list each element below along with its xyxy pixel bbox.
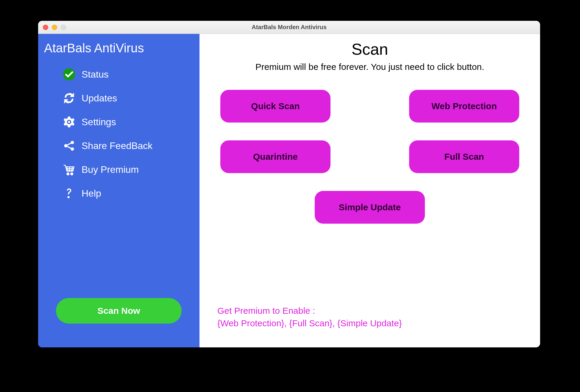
- svg-point-13: [68, 196, 70, 198]
- svg-line-4: [67, 143, 71, 145]
- sidebar-item-updates[interactable]: Updates: [38, 86, 199, 110]
- window-title: AtarBals Morden Antivirus: [38, 24, 540, 31]
- svg-line-6: [67, 167, 68, 171]
- sidebar-item-label: Share FeedBack: [82, 140, 152, 151]
- svg-point-12: [71, 173, 73, 175]
- svg-line-5: [67, 146, 71, 148]
- minimize-window-button[interactable]: [52, 25, 57, 30]
- question-icon: [62, 186, 76, 200]
- window-controls: [43, 25, 66, 30]
- sidebar: AtarBals AntiVirus Status Updates Settin…: [38, 34, 199, 347]
- gear-icon: [62, 115, 76, 129]
- simple-update-button[interactable]: Simple Update: [315, 191, 425, 224]
- svg-point-11: [67, 173, 69, 175]
- sidebar-item-status[interactable]: Status: [38, 62, 199, 86]
- refresh-icon: [62, 91, 76, 105]
- button-row-2: Quarintine Full Scan: [217, 140, 522, 173]
- app-title: AtarBals AntiVirus: [38, 39, 199, 62]
- check-circle-icon: [62, 67, 76, 81]
- web-protection-button[interactable]: Web Protection: [409, 90, 519, 123]
- sidebar-item-label: Updates: [82, 93, 117, 104]
- cart-icon: [62, 162, 76, 177]
- svg-line-8: [72, 167, 72, 171]
- content-area: AtarBals AntiVirus Status Updates Settin…: [38, 34, 540, 347]
- premium-note-line-1: Get Premium to Enable :: [217, 305, 522, 317]
- page-title: Scan: [217, 40, 522, 58]
- page-subtitle: Premium will be free forever. You just n…: [217, 62, 522, 72]
- scan-now-container: Scan Now: [38, 288, 199, 343]
- sidebar-item-label: Status: [82, 69, 109, 80]
- button-row-3: Simple Update: [217, 191, 522, 224]
- close-window-button[interactable]: [43, 25, 48, 30]
- quick-scan-button[interactable]: Quick Scan: [220, 90, 330, 123]
- scan-now-button[interactable]: Scan Now: [56, 298, 182, 324]
- maximize-window-button[interactable]: [61, 25, 66, 30]
- titlebar[interactable]: AtarBals Morden Antivirus: [38, 21, 540, 34]
- sidebar-item-label: Help: [82, 188, 101, 199]
- sidebar-item-settings[interactable]: Settings: [38, 110, 199, 134]
- app-window: AtarBals Morden Antivirus AtarBals AntiV…: [38, 21, 540, 347]
- premium-note-line-2: {Web Protection}, {Full Scan}, {Simple U…: [217, 317, 522, 330]
- premium-note: Get Premium to Enable : {Web Protection}…: [217, 305, 522, 335]
- button-row-1: Quick Scan Web Protection: [217, 90, 522, 123]
- sidebar-item-label: Settings: [82, 117, 116, 128]
- sidebar-item-buy-premium[interactable]: Buy Premium: [38, 158, 199, 181]
- share-icon: [62, 139, 76, 153]
- full-scan-button[interactable]: Full Scan: [409, 140, 519, 173]
- main-panel: Scan Premium will be free forever. You j…: [199, 34, 540, 347]
- sidebar-item-label: Buy Premium: [82, 164, 139, 175]
- sidebar-item-share-feedback[interactable]: Share FeedBack: [38, 134, 199, 158]
- quarantine-button[interactable]: Quarintine: [220, 140, 330, 173]
- sidebar-item-help[interactable]: Help: [38, 181, 199, 205]
